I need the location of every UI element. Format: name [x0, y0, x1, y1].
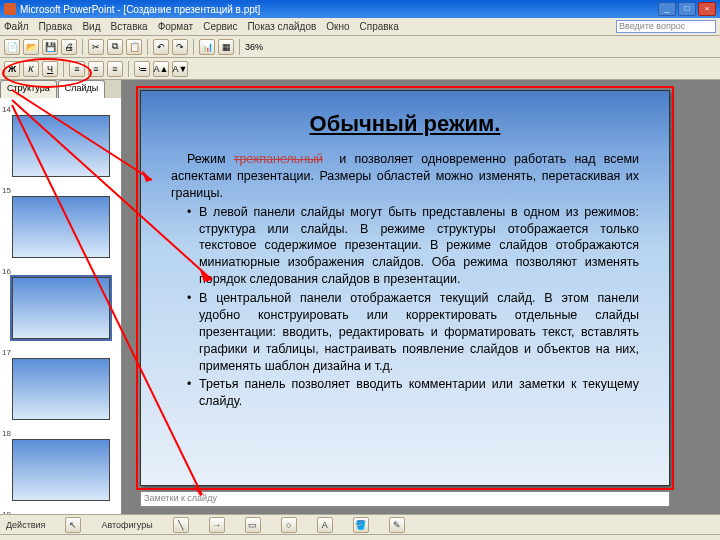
window-title: Microsoft PowerPoint - [Создание презент… — [20, 4, 260, 15]
menu-edit[interactable]: Правка — [39, 21, 73, 32]
menu-file[interactable]: Файл — [4, 21, 29, 32]
help-question-box[interactable]: Введите вопрос — [616, 20, 716, 33]
print-icon[interactable]: 🖨 — [61, 39, 77, 55]
zoom-label: 36% — [245, 42, 263, 52]
thumb-19[interactable]: 19 — [2, 507, 119, 514]
oval-icon[interactable]: ○ — [281, 517, 297, 533]
pointer-icon[interactable]: ↖ — [65, 517, 81, 533]
chart-icon[interactable]: 📊 — [199, 39, 215, 55]
thumb-14[interactable]: 14 — [2, 102, 119, 177]
slide-body: Режим трехпанельный и позволяет одноврем… — [171, 151, 639, 410]
slide-editor: Обычный режим. Режим трехпанельный и поз… — [122, 80, 720, 514]
notes-pane[interactable]: Заметки к слайду — [140, 491, 670, 507]
bullet-2: В центральной панели отображается текущи… — [187, 290, 639, 374]
fill-color-icon[interactable]: 🪣 — [353, 517, 369, 533]
thumb-15[interactable]: 15 — [2, 183, 119, 258]
bold-icon[interactable]: Ж — [4, 61, 20, 77]
new-icon[interactable]: 📄 — [4, 39, 20, 55]
menu-insert[interactable]: Вставка — [110, 21, 147, 32]
menu-slideshow[interactable]: Показ слайдов — [247, 21, 316, 32]
tab-slides[interactable]: Слайды — [58, 80, 106, 98]
font-decrease-icon[interactable]: A▼ — [172, 61, 188, 77]
line-icon[interactable]: ╲ — [173, 517, 189, 533]
thumb-16[interactable]: 16 — [2, 264, 119, 339]
undo-icon[interactable]: ↶ — [153, 39, 169, 55]
menu-format[interactable]: Формат — [158, 21, 194, 32]
arrow-icon[interactable]: → — [209, 517, 225, 533]
draw-autoshapes[interactable]: Автофигуры — [101, 520, 152, 530]
panel-tabs: Структура Слайды — [0, 80, 121, 98]
minimize-button[interactable]: _ — [658, 2, 676, 16]
draw-actions[interactable]: Действия — [6, 520, 45, 530]
table-icon[interactable]: ▦ — [218, 39, 234, 55]
rect-icon[interactable]: ▭ — [245, 517, 261, 533]
menu-tools[interactable]: Сервис — [203, 21, 237, 32]
open-icon[interactable]: 📂 — [23, 39, 39, 55]
main-area: Структура Слайды 14 15 16 17 18 19 20 Об… — [0, 80, 720, 514]
save-icon[interactable]: 💾 — [42, 39, 58, 55]
menu-view[interactable]: Вид — [82, 21, 100, 32]
close-button[interactable]: × — [698, 2, 716, 16]
statusbar: Слайд 16 из 50 Оформление по умолчанию р… — [0, 534, 720, 540]
align-center-icon[interactable]: ≡ — [88, 61, 104, 77]
redo-icon[interactable]: ↷ — [172, 39, 188, 55]
textbox-icon[interactable]: A — [317, 517, 333, 533]
align-left-icon[interactable]: ≡ — [69, 61, 85, 77]
slide-title: Обычный режим. — [171, 111, 639, 137]
titlebar: Microsoft PowerPoint - [Создание презент… — [0, 0, 720, 18]
drawing-toolbar: Действия ↖ Автофигуры ╲ → ▭ ○ A 🪣 ✎ — [0, 514, 720, 534]
align-right-icon[interactable]: ≡ — [107, 61, 123, 77]
line-color-icon[interactable]: ✎ — [389, 517, 405, 533]
thumb-17[interactable]: 17 — [2, 345, 119, 420]
slide-paragraph: Режим трехпанельный и позволяет одноврем… — [171, 151, 639, 202]
menubar: Файл Правка Вид Вставка Формат Сервис По… — [0, 18, 720, 36]
copy-icon[interactable]: ⧉ — [107, 39, 123, 55]
current-slide[interactable]: Обычный режим. Режим трехпанельный и поз… — [140, 90, 670, 486]
maximize-button[interactable]: □ — [678, 2, 696, 16]
bullets-icon[interactable]: ≔ — [134, 61, 150, 77]
tab-outline[interactable]: Структура — [0, 80, 57, 98]
app-icon — [4, 3, 16, 15]
standard-toolbar: 📄 📂 💾 🖨 ✂ ⧉ 📋 ↶ ↷ 📊 ▦ 36% — [0, 36, 720, 58]
menu-help[interactable]: Справка — [360, 21, 399, 32]
underline-icon[interactable]: Ч — [42, 61, 58, 77]
thumb-18[interactable]: 18 — [2, 426, 119, 501]
font-increase-icon[interactable]: A▲ — [153, 61, 169, 77]
thumbnails[interactable]: 14 15 16 17 18 19 20 — [0, 98, 121, 514]
italic-icon[interactable]: К — [23, 61, 39, 77]
outline-slides-panel: Структура Слайды 14 15 16 17 18 19 20 — [0, 80, 122, 514]
menu-window[interactable]: Окно — [326, 21, 349, 32]
paste-icon[interactable]: 📋 — [126, 39, 142, 55]
formatting-toolbar: Ж К Ч ≡ ≡ ≡ ≔ A▲ A▼ — [0, 58, 720, 80]
bullet-1: В левой панели слайды могут быть предста… — [187, 204, 639, 288]
cut-icon[interactable]: ✂ — [88, 39, 104, 55]
bullet-3: Третья панель позволяет вводить коммента… — [187, 376, 639, 410]
